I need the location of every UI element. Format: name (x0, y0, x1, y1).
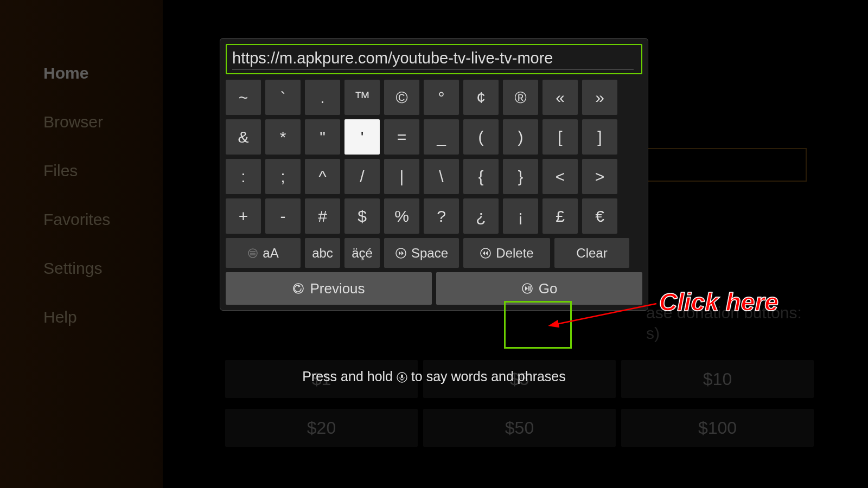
space-label: Space (411, 246, 448, 261)
svg-rect-15 (529, 286, 531, 291)
play-pause-icon (521, 282, 533, 294)
function-row: aA abc äçé Space Delete Clear (226, 238, 642, 268)
keyboard-dialog: ~`.™©°¢®«» &*"'=_()[] :;^/|\{}<> +-#$%?¿… (220, 38, 648, 311)
svg-marker-8 (486, 251, 488, 255)
key-char[interactable]: \ (424, 159, 459, 194)
hint-prefix: Press and hold (302, 369, 397, 384)
key-char[interactable]: ' (344, 119, 380, 155)
rewind-icon (480, 247, 492, 259)
clear-key[interactable]: Clear (554, 238, 629, 268)
key-char[interactable]: ) (503, 119, 538, 155)
go-button[interactable]: Go (436, 272, 642, 305)
fast-forward-icon (395, 247, 407, 259)
menu-icon (247, 248, 258, 259)
key-char[interactable]: { (463, 159, 499, 194)
key-char[interactable]: . (305, 80, 340, 115)
key-char[interactable]: [ (542, 119, 578, 155)
mic-icon (397, 372, 407, 383)
key-char[interactable]: ( (463, 119, 499, 155)
key-char[interactable]: ~ (226, 80, 261, 115)
annotation-label: Click here (659, 287, 778, 317)
key-char[interactable]: | (384, 159, 419, 194)
key-char[interactable]: ; (265, 159, 301, 194)
shift-key[interactable]: aA (226, 238, 301, 268)
key-char[interactable]: « (542, 80, 578, 115)
key-char[interactable]: % (384, 198, 419, 234)
space-key[interactable]: Space (384, 238, 459, 268)
svg-marker-13 (525, 286, 528, 291)
key-char[interactable]: ] (582, 119, 617, 155)
key-char[interactable]: € (582, 198, 617, 234)
previous-button[interactable]: Previous (226, 272, 432, 305)
svg-marker-11 (298, 285, 301, 287)
svg-rect-17 (401, 375, 403, 378)
go-label: Go (539, 280, 558, 297)
accents-key[interactable]: äçé (344, 238, 380, 268)
key-char[interactable]: & (226, 119, 261, 155)
voice-hint: Press and hold to say words and phrases (220, 369, 648, 384)
key-char[interactable]: ? (424, 198, 459, 234)
key-char[interactable]: } (503, 159, 538, 194)
key-char[interactable]: / (344, 159, 380, 194)
svg-marker-5 (399, 251, 401, 255)
key-char[interactable]: » (582, 80, 617, 115)
key-char[interactable]: - (265, 198, 301, 234)
key-char[interactable]: # (305, 198, 340, 234)
key-char[interactable]: ¿ (463, 198, 499, 234)
delete-label: Delete (496, 246, 533, 261)
key-grid: ~`.™©°¢®«» &*"'=_()[] :;^/|\{}<> +-#$%?¿… (226, 80, 642, 234)
key-char[interactable]: * (265, 119, 301, 155)
svg-marker-6 (401, 251, 404, 255)
previous-label: Previous (310, 280, 365, 297)
key-char[interactable]: : (226, 159, 261, 194)
hint-suffix: to say words and phrases (411, 369, 566, 384)
nav-row: Previous Go (226, 272, 642, 305)
key-char[interactable]: ™ (344, 80, 380, 115)
key-char[interactable]: $ (344, 198, 380, 234)
key-char[interactable]: ¡ (503, 198, 538, 234)
shift-label: aA (263, 246, 278, 261)
key-char[interactable]: " (305, 119, 340, 155)
svg-rect-14 (528, 286, 529, 291)
delete-key[interactable]: Delete (463, 238, 550, 268)
key-char[interactable]: ^ (305, 159, 340, 194)
key-char[interactable]: + (226, 198, 261, 234)
key-char[interactable]: _ (424, 119, 459, 155)
key-char[interactable]: ® (503, 80, 538, 115)
key-char[interactable]: > (582, 159, 617, 194)
svg-marker-9 (483, 251, 485, 255)
abc-key[interactable]: abc (305, 238, 340, 268)
key-char[interactable]: ` (265, 80, 301, 115)
url-box (226, 44, 642, 74)
back-icon (292, 282, 304, 294)
key-char[interactable]: ¢ (463, 80, 499, 115)
key-char[interactable]: < (542, 159, 578, 194)
key-char[interactable]: ° (424, 80, 459, 115)
key-char[interactable]: © (384, 80, 419, 115)
key-char[interactable]: £ (542, 198, 578, 234)
url-input[interactable] (232, 48, 634, 70)
key-char[interactable]: = (384, 119, 419, 155)
